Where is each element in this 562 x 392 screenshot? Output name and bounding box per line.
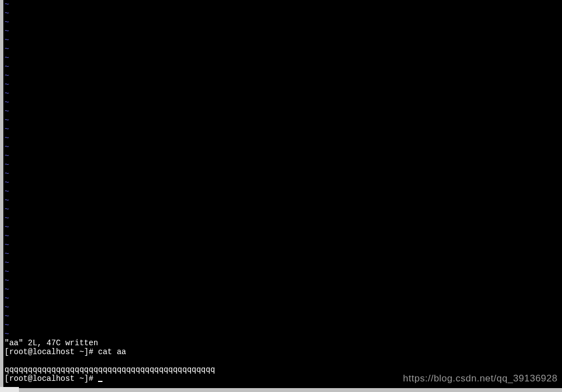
vi-tilde-line: ~ <box>3 62 562 71</box>
vi-tilde-line: ~ <box>3 330 562 339</box>
vi-tilde-line: ~ <box>3 71 562 80</box>
vi-tilde-line: ~ <box>3 53 562 62</box>
vi-tilde-line: ~ <box>3 160 562 169</box>
vi-tilde-line: ~ <box>3 0 562 9</box>
vi-tilde-line: ~ <box>3 312 562 321</box>
prompt-text: [root@localhost ~]# <box>4 374 98 383</box>
vi-tilde-line: ~ <box>3 151 562 160</box>
bottom-scrollbar-area <box>0 388 562 392</box>
vi-tilde-line: ~ <box>3 303 562 312</box>
terminal-empty-line <box>3 356 562 365</box>
vi-tilde-line: ~ <box>3 294 562 303</box>
bottom-bar-tab <box>0 387 19 392</box>
vi-tilde-line: ~ <box>3 125 562 134</box>
vi-tilde-line: ~ <box>3 18 562 27</box>
vi-tilde-line: ~ <box>3 223 562 232</box>
terminal-content: ~~~~~~~~~~~~~~~~~~~~~~~~~~~~~~~~~~~~~~"a… <box>3 0 562 383</box>
vi-tilde-line: ~ <box>3 241 562 249</box>
terminal-cursor <box>98 381 102 382</box>
vi-tilde-line: ~ <box>3 169 562 178</box>
vi-tilde-line: ~ <box>3 98 562 107</box>
vi-tilde-line: ~ <box>3 143 562 151</box>
vi-tilde-line: ~ <box>3 178 562 187</box>
vi-tilde-line: ~ <box>3 249 562 258</box>
vi-tilde-line: ~ <box>3 232 562 241</box>
vi-tilde-line: ~ <box>3 285 562 294</box>
watermark-url: https://blog.csdn.net/qq_39136928 <box>403 373 558 384</box>
vi-tilde-line: ~ <box>3 205 562 214</box>
vi-tilde-line: ~ <box>3 321 562 330</box>
terminal-window[interactable]: ~~~~~~~~~~~~~~~~~~~~~~~~~~~~~~~~~~~~~~"a… <box>3 0 562 388</box>
vi-tilde-line: ~ <box>3 116 562 125</box>
vi-tilde-line: ~ <box>3 107 562 116</box>
vi-tilde-line: ~ <box>3 36 562 45</box>
vi-tilde-line: ~ <box>3 187 562 196</box>
vi-tilde-line: ~ <box>3 214 562 223</box>
vi-tilde-line: ~ <box>3 80 562 89</box>
vi-tilde-line: ~ <box>3 276 562 285</box>
vi-tilde-line: ~ <box>3 134 562 143</box>
terminal-output-line: "aa" 2L, 47C written <box>3 339 562 347</box>
vi-tilde-line: ~ <box>3 27 562 36</box>
vi-tilde-line: ~ <box>3 89 562 98</box>
vi-tilde-line: ~ <box>3 196 562 205</box>
vi-tilde-line: ~ <box>3 9 562 18</box>
vi-tilde-line: ~ <box>3 258 562 267</box>
vi-tilde-line: ~ <box>3 267 562 276</box>
vi-tilde-line: ~ <box>3 45 562 53</box>
terminal-output-line: [root@localhost ~]# cat aa <box>3 347 562 356</box>
